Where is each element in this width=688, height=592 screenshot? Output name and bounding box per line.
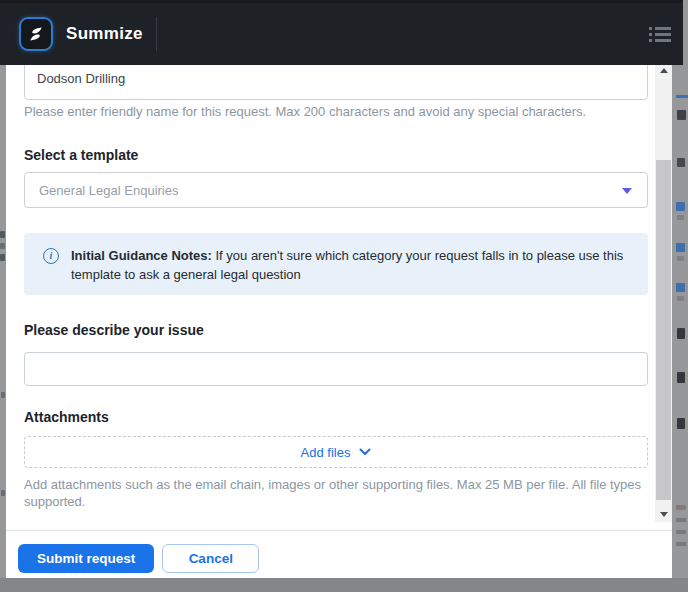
page-fragment bbox=[677, 256, 684, 261]
app-title: Summize bbox=[66, 24, 143, 44]
list-menu-icon[interactable] bbox=[649, 27, 671, 42]
page-fragment bbox=[676, 505, 686, 510]
add-files-link[interactable]: Add files bbox=[301, 445, 351, 460]
page-fragment bbox=[0, 254, 5, 261]
page-fragment bbox=[677, 158, 685, 167]
summize-logo-icon[interactable] bbox=[19, 17, 53, 51]
guidance-info-box: i Initial Guidance Notes: If you aren't … bbox=[24, 233, 648, 295]
new-request-screen: Summize Please enter friendly name for t… bbox=[0, 0, 688, 592]
guidance-title: Initial Guidance Notes: bbox=[71, 248, 212, 263]
template-label: Select a template bbox=[24, 147, 138, 163]
scroll-down-icon[interactable] bbox=[655, 506, 672, 522]
page-fragment bbox=[677, 372, 685, 383]
attachments-helper: Add attachments such as the email chain,… bbox=[24, 476, 648, 510]
page-fragment bbox=[677, 328, 685, 339]
issue-label: Please describe your issue bbox=[24, 322, 204, 338]
vertical-scrollbar[interactable] bbox=[655, 62, 672, 522]
page-fragment bbox=[0, 231, 5, 238]
background-page-bottom bbox=[0, 578, 688, 592]
template-selected-value: General Legal Enquiries bbox=[39, 183, 178, 198]
cancel-button[interactable]: Cancel bbox=[162, 544, 259, 573]
header-divider bbox=[156, 17, 157, 51]
page-fragment bbox=[677, 215, 684, 220]
guidance-text: Initial Guidance Notes: If you aren't su… bbox=[71, 246, 636, 295]
add-files-dropzone[interactable]: Add files bbox=[24, 436, 648, 468]
info-icon: i bbox=[43, 248, 59, 264]
page-fragment bbox=[677, 296, 684, 301]
scrollbar-thumb[interactable] bbox=[656, 160, 671, 500]
page-fragment bbox=[1, 490, 5, 496]
modal-footer: Submit request Cancel bbox=[6, 530, 672, 578]
app-header: Summize bbox=[0, 0, 683, 65]
issue-input[interactable] bbox=[24, 352, 648, 386]
attachments-label: Attachments bbox=[24, 409, 109, 425]
page-fragment bbox=[676, 243, 685, 252]
request-name-input[interactable] bbox=[24, 62, 648, 100]
request-name-helper: Please enter friendly name for this requ… bbox=[24, 103, 648, 120]
page-fragment bbox=[0, 243, 5, 249]
chevron-down-icon bbox=[359, 448, 371, 456]
page-fragment bbox=[676, 530, 686, 534]
page-fragment bbox=[677, 418, 685, 429]
page-fragment bbox=[676, 202, 685, 211]
page-fragment bbox=[676, 518, 686, 522]
page-fragment bbox=[1, 392, 5, 398]
request-form-body: Please enter friendly name for this requ… bbox=[6, 62, 672, 530]
caret-down-icon bbox=[622, 188, 632, 194]
page-fragment bbox=[677, 110, 686, 120]
template-select[interactable]: General Legal Enquiries bbox=[24, 172, 648, 208]
page-fragment bbox=[676, 95, 688, 98]
submit-request-button[interactable]: Submit request bbox=[18, 544, 154, 573]
page-fragment bbox=[676, 283, 685, 292]
page-fragment bbox=[676, 542, 686, 546]
